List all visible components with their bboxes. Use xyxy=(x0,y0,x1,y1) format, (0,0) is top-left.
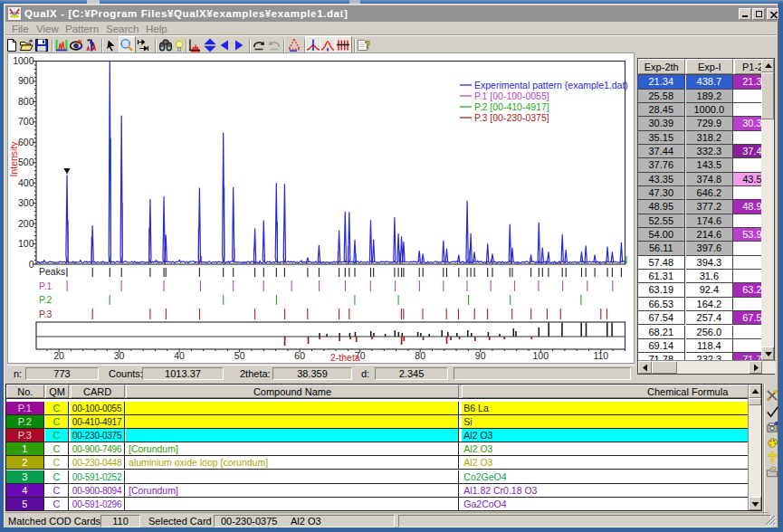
svg-text:20: 20 xyxy=(53,350,64,361)
svg-text:100: 100 xyxy=(533,350,549,361)
svg-text:200: 200 xyxy=(18,218,34,229)
svg-text:300: 300 xyxy=(18,197,34,208)
svg-text:Peaks: Peaks xyxy=(39,266,65,277)
svg-text:P.2 [00-410-4917]: P.2 [00-410-4917] xyxy=(474,101,549,112)
svg-text:Experimental pattern (example1: Experimental pattern (example1.dat) xyxy=(474,80,628,90)
svg-text:40: 40 xyxy=(174,350,185,361)
svg-text:30: 30 xyxy=(114,350,125,361)
svg-text:?: ? xyxy=(365,39,371,52)
svg-text:90: 90 xyxy=(475,350,486,361)
svg-text:2-theta: 2-theta xyxy=(330,352,360,363)
svg-text:P.2: P.2 xyxy=(39,294,53,305)
svg-text:400: 400 xyxy=(18,177,34,188)
svg-text:800: 800 xyxy=(18,96,34,107)
svg-text:P.3: P.3 xyxy=(39,309,53,319)
svg-text:100: 100 xyxy=(18,238,34,249)
svg-text:500: 500 xyxy=(18,157,34,167)
svg-text:600: 600 xyxy=(18,137,34,147)
svg-text:P.1: P.1 xyxy=(39,280,53,291)
svg-text:50: 50 xyxy=(234,350,245,361)
svg-text:P.3 [00-230-0375]: P.3 [00-230-0375] xyxy=(474,112,549,123)
svg-text:P.1 [00-100-0055]: P.1 [00-100-0055] xyxy=(474,90,549,101)
svg-text:900: 900 xyxy=(18,75,34,86)
svg-text:0: 0 xyxy=(29,259,34,270)
svg-text:Intensity: Intensity xyxy=(8,141,19,177)
svg-text:110: 110 xyxy=(593,350,608,361)
svg-text:1000: 1000 xyxy=(13,55,34,66)
svg-text:80: 80 xyxy=(415,350,425,361)
svg-text:60: 60 xyxy=(294,350,305,361)
svg-text:700: 700 xyxy=(18,116,34,127)
